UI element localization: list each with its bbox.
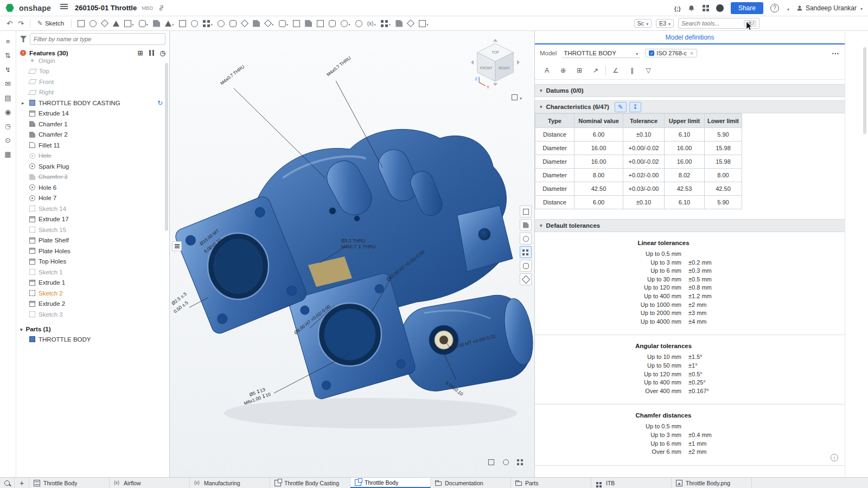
extrude-icon[interactable]	[75, 17, 87, 30]
feature-item[interactable]: Right	[16, 87, 169, 98]
view-cube[interactable]: TOP FRONT RIGHT Z X	[468, 35, 522, 95]
mass-properties-icon[interactable]	[353, 17, 365, 30]
configurations-icon[interactable]: ⇅	[0, 48, 16, 62]
search-tools-input[interactable]	[681, 20, 744, 27]
mirror-icon[interactable]	[227, 17, 239, 30]
dropdown-caret-icon[interactable]	[146, 18, 149, 28]
pmi-flyout-button[interactable]	[172, 241, 182, 251]
feature-item[interactable]: Extrude 14	[16, 108, 169, 119]
feature-item[interactable]: Plate Shelf	[16, 235, 169, 246]
type-cell[interactable]: Diameter	[535, 155, 575, 169]
tolerance-cell[interactable]: +0.03/-0.00	[623, 182, 665, 196]
feature-item[interactable]: Extrude 1	[16, 278, 169, 288]
feature-filter-input[interactable]	[30, 33, 165, 45]
redo-icon[interactable]	[16, 20, 26, 28]
part-item[interactable]: THROTTLE BODY	[16, 334, 169, 344]
overflow-menu-icon[interactable]	[832, 49, 840, 57]
characteristic-frame-icon[interactable]: ⊞	[573, 64, 586, 77]
tolerance-cell[interactable]: +0.00/-0.02	[623, 142, 665, 155]
dimension-annotation[interactable]: Ø3.3 THRU	[341, 238, 365, 243]
tolerance-cell[interactable]: ±0.10	[623, 196, 665, 209]
performance-icon[interactable]: ↯	[0, 62, 16, 76]
circular-pattern-icon[interactable]	[215, 17, 227, 30]
nominal-value-cell[interactable]: 42.50	[575, 182, 623, 196]
tolerance-standard-chip[interactable]: ISO 2768-c	[645, 49, 697, 57]
export-characteristics-icon[interactable]: ↧	[629, 102, 641, 112]
linear-pattern-icon[interactable]	[201, 17, 215, 30]
feature-list-icon[interactable]: ≡	[0, 34, 16, 48]
dimension-annotation[interactable]: M4x0.7 THRU	[219, 64, 245, 86]
document-tab[interactable]: Throttle Body	[350, 478, 431, 488]
loft-icon[interactable]	[111, 17, 122, 30]
dimension-annotation[interactable]: M4x0.7 ↧ THRU	[341, 244, 375, 249]
fillet-icon[interactable]	[137, 17, 151, 30]
feature-item[interactable]: Chamfer 3	[16, 172, 169, 183]
panel-scrollbar[interactable]	[863, 47, 866, 134]
lower-limit-cell[interactable]: 5.90	[705, 128, 742, 142]
feature-item[interactable]: Spark Plug	[16, 161, 169, 172]
lower-limit-cell[interactable]: 42.50	[705, 182, 742, 196]
model-canvas[interactable]: Ø18.00 MT6.00±0.10M4x0.7 THRUM4x0.7 THRU…	[170, 31, 534, 477]
dropdown-caret-icon[interactable]	[373, 18, 376, 28]
upper-limit-cell[interactable]: 8.02	[665, 169, 705, 182]
learning-center-icon[interactable]	[716, 4, 724, 12]
feature-item[interactable]: Chamfer 2	[16, 130, 169, 140]
delete-part-icon[interactable]	[315, 17, 326, 30]
angle-icon[interactable]: ∠	[609, 64, 622, 77]
viewcube-rotate-down-arrow[interactable]	[493, 83, 497, 86]
feature-item[interactable]: Origin	[16, 59, 169, 66]
custom-feature-icon[interactable]	[417, 17, 431, 30]
upper-limit-cell[interactable]: 16.00	[665, 155, 705, 169]
type-cell[interactable]: Distance	[535, 196, 575, 209]
dropdown-caret-icon[interactable]	[210, 18, 213, 28]
viewcube-rotate-left-arrow[interactable]	[471, 60, 474, 65]
parallel-icon[interactable]: ∥	[626, 64, 639, 77]
datum-icon[interactable]: ⊕	[557, 64, 570, 77]
explode-icon[interactable]	[520, 273, 532, 285]
feature-item[interactable]: Hole	[16, 151, 169, 162]
document-tab[interactable]: Throttle Body.png	[672, 478, 752, 488]
suppress-pause-icon[interactable]	[149, 50, 154, 56]
filter-icon[interactable]	[20, 36, 27, 42]
insert-derived-icon[interactable]	[137, 49, 143, 57]
comments-icon[interactable]: ✉	[0, 76, 16, 91]
document-tab[interactable]: Parts	[511, 478, 591, 488]
revolve-icon[interactable]	[87, 17, 99, 30]
nominal-value-cell[interactable]: 16.00	[575, 142, 623, 155]
shortcuts-icon[interactable]: ▦	[0, 147, 16, 161]
search-icon[interactable]: ⊙	[0, 133, 16, 147]
viewcube-rotate-right-arrow[interactable]	[517, 60, 520, 65]
view-menu-button[interactable]	[511, 92, 522, 102]
variable-icon[interactable]	[365, 17, 378, 30]
feature-item[interactable]: Sketch 14	[16, 203, 169, 214]
feature-item[interactable]: Fillet 11	[16, 140, 169, 151]
surface-finish-icon[interactable]: ▽	[642, 64, 655, 77]
document-tab[interactable]: Airflow	[110, 478, 190, 488]
help-icon[interactable]	[770, 4, 779, 12]
nominal-value-cell[interactable]: 6.00	[575, 128, 623, 142]
feature-item[interactable]: Front	[16, 76, 169, 87]
default-tolerances-section-header[interactable]: Default tolerances	[535, 219, 845, 232]
measure-icon[interactable]	[339, 17, 353, 30]
e3-dropdown[interactable]: E3	[656, 19, 674, 28]
dropdown-caret-icon[interactable]	[131, 18, 134, 28]
isolate-icon[interactable]	[520, 206, 532, 217]
user-menu[interactable]: Sandeep Urankar	[796, 4, 863, 12]
nominal-value-cell[interactable]: 8.00	[575, 169, 623, 182]
feature-item[interactable]: Sketch 1	[16, 267, 169, 278]
dimension-annotation[interactable]: M4x0.7 THRU	[326, 55, 352, 78]
remove-standard-icon[interactable]	[690, 50, 693, 56]
tolerance-cell[interactable]: ±0.10	[623, 128, 665, 142]
type-cell[interactable]: Diameter	[535, 142, 575, 155]
lower-limit-cell[interactable]: 5.90	[705, 196, 742, 209]
dropdown-caret-icon[interactable]	[286, 18, 289, 28]
feature-item[interactable]: Plate Holes	[16, 246, 169, 256]
dropdown-caret-icon[interactable]	[388, 18, 391, 28]
versions-icon[interactable]: ◉	[0, 105, 16, 119]
expand-chevron-icon[interactable]	[22, 100, 26, 106]
draft-icon[interactable]	[163, 17, 176, 30]
appearance-icon[interactable]	[405, 17, 416, 30]
boolean-icon[interactable]	[239, 17, 250, 30]
document-tab[interactable]: Documentation	[431, 478, 511, 488]
lower-limit-cell[interactable]: 8.00	[705, 169, 742, 182]
